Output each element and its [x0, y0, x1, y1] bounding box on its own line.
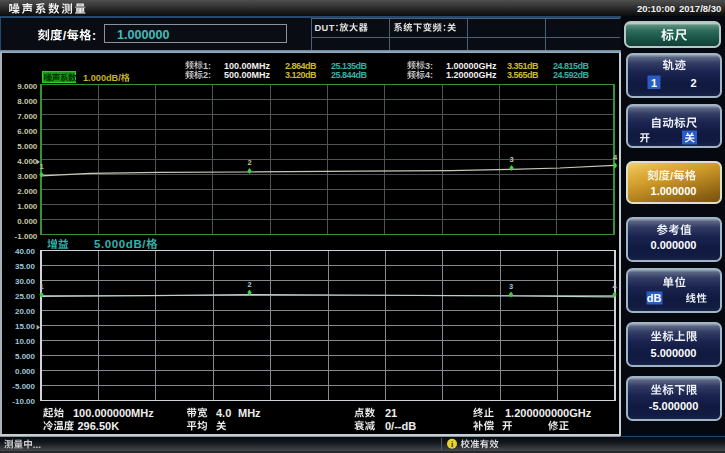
- svg-text:35.00: 35.00: [15, 262, 36, 271]
- svg-text:/: /: [63, 29, 67, 43]
- svg-text:3:: 3:: [425, 61, 433, 71]
- svg-text:100.000000MHz: 100.000000MHz: [73, 407, 154, 419]
- svg-text::: :: [92, 29, 96, 43]
- svg-text:1.000: 1.000: [17, 202, 38, 211]
- svg-text:500.00MHz: 500.00MHz: [224, 70, 271, 80]
- svg-text:3.351dB: 3.351dB: [507, 61, 539, 71]
- svg-text:1.20000GHz: 1.20000GHz: [446, 70, 497, 80]
- svg-text:-5.000000: -5.000000: [649, 400, 699, 412]
- svg-text:2.000: 2.000: [17, 187, 38, 196]
- svg-text:MHz: MHz: [238, 407, 261, 419]
- svg-text:5.000: 5.000: [17, 142, 38, 151]
- svg-text:2017/8/30: 2017/8/30: [679, 3, 721, 14]
- svg-text:296.50K: 296.50K: [78, 420, 120, 432]
- svg-text:20:10:00: 20:10:00: [637, 3, 675, 14]
- svg-text:1.000000: 1.000000: [651, 185, 697, 197]
- svg-text:40.00: 40.00: [15, 247, 36, 256]
- svg-text:1: 1: [39, 282, 43, 291]
- svg-text:7.000: 7.000: [17, 112, 38, 121]
- svg-text:4: 4: [613, 153, 618, 162]
- svg-text:25.135dB: 25.135dB: [331, 61, 368, 71]
- svg-text:6.000: 6.000: [17, 127, 38, 136]
- svg-text:4.0: 4.0: [216, 407, 231, 419]
- svg-text:5.000: 5.000: [15, 352, 36, 361]
- svg-text:5.000000: 5.000000: [651, 347, 697, 359]
- svg-text:15.00: 15.00: [15, 322, 36, 331]
- svg-text:0.000: 0.000: [17, 217, 38, 226]
- svg-text:1.00000GHz: 1.00000GHz: [446, 61, 497, 71]
- svg-text:10.00: 10.00: [15, 337, 36, 346]
- svg-text:9.000: 9.000: [17, 82, 38, 91]
- svg-text:3.120dB: 3.120dB: [285, 70, 317, 80]
- svg-text:25.844dB: 25.844dB: [331, 70, 368, 80]
- svg-text:-10.00: -10.00: [12, 397, 35, 406]
- svg-text:20.00: 20.00: [15, 307, 36, 316]
- svg-text:-5.000: -5.000: [12, 382, 35, 391]
- svg-text:21: 21: [385, 407, 397, 419]
- svg-text:3: 3: [509, 155, 513, 164]
- svg-text:1: 1: [39, 162, 43, 171]
- svg-text:/: /: [670, 170, 674, 182]
- svg-text:24.592dB: 24.592dB: [553, 70, 590, 80]
- svg-text:4.000: 4.000: [17, 157, 38, 166]
- svg-text:0/--dB: 0/--dB: [385, 420, 416, 432]
- svg-text:24.815dB: 24.815dB: [553, 61, 590, 71]
- svg-text:DUT: DUT: [315, 23, 335, 33]
- svg-text:dB: dB: [647, 292, 662, 304]
- svg-text:1.200000000GHz: 1.200000000GHz: [505, 407, 592, 419]
- svg-text:3.000: 3.000: [17, 172, 38, 181]
- svg-text:100.00MHz: 100.00MHz: [224, 61, 271, 71]
- svg-text:4:: 4:: [425, 70, 433, 80]
- svg-text:30.00: 30.00: [15, 277, 36, 286]
- svg-text:...: ...: [33, 439, 41, 450]
- svg-text:8.000: 8.000: [17, 97, 38, 106]
- svg-text:-1.000: -1.000: [15, 232, 38, 241]
- svg-text:3.565dB: 3.565dB: [507, 70, 539, 80]
- svg-text:25.00: 25.00: [15, 292, 36, 301]
- svg-text:3: 3: [509, 282, 513, 291]
- svg-text:1.000dB/: 1.000dB/: [83, 73, 121, 83]
- svg-text:2: 2: [247, 280, 251, 289]
- svg-text:2.864dB: 2.864dB: [285, 61, 317, 71]
- svg-text:0.000000: 0.000000: [651, 239, 697, 251]
- svg-text:2:: 2:: [203, 70, 211, 80]
- svg-text:0.000: 0.000: [15, 367, 36, 376]
- svg-text:2: 2: [247, 158, 251, 167]
- svg-text:1.000000: 1.000000: [117, 28, 170, 42]
- svg-text:2: 2: [690, 77, 696, 89]
- svg-text:4: 4: [612, 282, 617, 291]
- svg-text:1:: 1:: [203, 61, 211, 71]
- svg-text:1: 1: [651, 77, 657, 89]
- svg-text:5.000dB/: 5.000dB/: [94, 238, 146, 250]
